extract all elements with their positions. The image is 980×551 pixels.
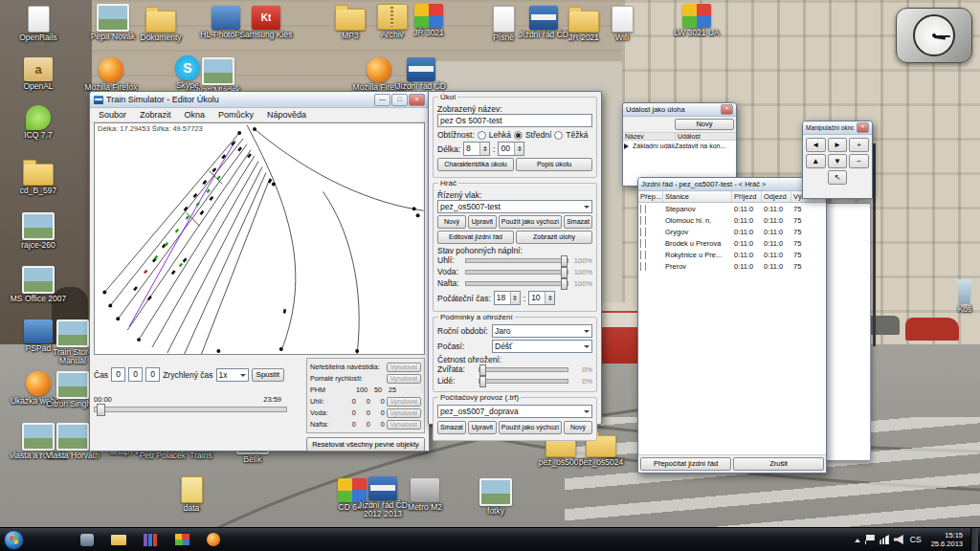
language-indicator[interactable]: CS <box>908 535 924 544</box>
speed-select[interactable]: 1x <box>216 368 249 382</box>
network-icon[interactable] <box>880 535 889 544</box>
length-hours-spinner[interactable]: 8 <box>463 142 490 156</box>
table-row[interactable]: Rokytnice u Pre...0:11:00:11:075 <box>638 249 826 260</box>
desktop-icon-jizdni-rad2[interactable]: Jízdní řád ČD <box>390 57 452 91</box>
row-checkbox[interactable] <box>640 262 646 271</box>
coal-slider[interactable] <box>465 258 568 263</box>
time-field-m[interactable]: 0 <box>128 367 143 382</box>
pan-down-button[interactable]: ▼ <box>828 154 848 168</box>
table-row[interactable]: Stepanov0:11:00:11:075 <box>638 203 826 214</box>
column-transport[interactable]: Přep... <box>638 191 663 202</box>
cancel-button[interactable]: Zrušit <box>733 457 824 471</box>
event-table-row[interactable]: Základní událost Zastavit na kon... <box>623 141 736 151</box>
close-button[interactable]: × <box>857 122 869 133</box>
time-field-s[interactable]: 0 <box>145 367 160 382</box>
new-event-button[interactable]: Nový <box>675 119 734 130</box>
column-arrival[interactable]: Příjezd <box>732 191 762 202</box>
edit-traffic-button[interactable]: Upravit <box>468 421 497 434</box>
clear-diesel-button[interactable]: Vynulovat <box>387 420 421 430</box>
season-select[interactable]: Jaro <box>492 324 592 338</box>
slider-thumb-icon[interactable] <box>479 364 486 376</box>
show-desktop-button[interactable] <box>970 528 978 551</box>
train-select[interactable]: pez_os5007-test <box>437 200 592 213</box>
desktop-icon-cdb597[interactable]: cd_B_597 <box>8 159 69 195</box>
delete-train-button[interactable]: Smazat <box>564 215 592 229</box>
menu-soubor[interactable]: Soubor <box>92 109 133 121</box>
desktop-icon-recycle-bin[interactable]: Koš <box>934 279 980 314</box>
description-button[interactable]: Popis úkolu <box>516 158 592 171</box>
start-minutes-spinner[interactable]: 10 <box>528 291 555 305</box>
taskbar-winrar-icon[interactable] <box>141 531 160 548</box>
manipulation-titlebar[interactable]: Manipulační okno × <box>803 121 872 135</box>
zoom-out-button[interactable]: − <box>849 154 869 168</box>
clear-slow-button[interactable]: Vynulovat <box>387 374 421 384</box>
new-traffic-button[interactable]: Nový <box>564 421 592 434</box>
desktop-icon-data[interactable]: data <box>161 476 222 513</box>
slider-thumb-icon[interactable] <box>97 404 105 416</box>
clear-signals-button[interactable]: Vynulovat <box>387 363 421 372</box>
difficulty-radio-easy[interactable] <box>478 131 486 140</box>
display-name-input[interactable]: pez Os 5007-test <box>437 114 592 127</box>
taskbar-explorer-icon[interactable] <box>109 531 128 548</box>
difficulty-radio-medium[interactable] <box>514 131 523 140</box>
set-default-traffic-button[interactable]: Použít jako výchozí <box>499 421 562 434</box>
desktop-icon-icq[interactable]: ICQ 7.7 <box>8 105 69 140</box>
clear-coal-button[interactable]: Vynulovat <box>387 397 421 407</box>
taskbar-firefox-icon[interactable] <box>204 531 223 548</box>
row-checkbox[interactable] <box>640 239 646 248</box>
row-checkbox[interactable] <box>640 205 646 213</box>
menu-napoveda[interactable]: Nápověda <box>260 109 313 121</box>
taskbar-test-pattern-icon[interactable] <box>172 531 191 548</box>
desktop-icon-jr3021[interactable]: JŘ 3021 <box>398 4 459 37</box>
row-checkbox[interactable] <box>640 251 646 259</box>
edit-train-button[interactable]: Upravit <box>468 215 497 229</box>
desktop-icon-dokumenty[interactable]: Dokumenty <box>130 6 191 42</box>
close-button[interactable]: × <box>721 104 733 115</box>
people-slider[interactable] <box>479 379 568 384</box>
clear-water-button[interactable]: Vynulovat <box>387 408 421 418</box>
delete-traffic-button[interactable]: Smazat <box>437 421 466 434</box>
editor-titlebar[interactable]: Train Simulator - Editor Úkolu — □ × <box>90 92 429 108</box>
close-button[interactable]: × <box>409 94 425 106</box>
start-hours-spinner[interactable]: 18 <box>494 291 521 305</box>
desktop-icon-metro[interactable]: Metro M2 <box>394 478 456 512</box>
column-station[interactable]: Stanice <box>663 191 732 202</box>
desktop-icon-rajce[interactable]: rajce-260 <box>8 212 69 250</box>
desktop-icon-wifi[interactable]: Wifi <box>591 6 653 42</box>
traffic-select[interactable]: pez_os5007_doprava <box>437 405 592 418</box>
desktop-icon-openrails[interactable]: OpenRails <box>8 6 69 42</box>
clock-gadget[interactable] <box>896 8 972 63</box>
column-departure[interactable]: Odjezd <box>762 191 791 202</box>
length-minutes-spinner[interactable]: 00 <box>498 142 524 156</box>
track-map[interactable]: Délka: 17.29453 Šířka: 49.57723 <box>94 122 425 355</box>
volume-icon[interactable] <box>894 535 903 544</box>
pointer-tool-button[interactable]: ↖ <box>828 170 848 185</box>
column-event[interactable]: Událost <box>676 133 702 140</box>
pan-up-button[interactable]: ▲ <box>806 154 826 168</box>
action-center-icon[interactable] <box>865 535 875 544</box>
slider-thumb-icon[interactable] <box>561 267 568 278</box>
tray-expand-icon[interactable] <box>855 536 860 542</box>
weather-select[interactable]: Déšť <box>492 340 592 353</box>
tray-clock[interactable]: 15:15 25.6.2013 <box>928 531 966 548</box>
desktop-icon-lw3021[interactable]: LW 3021 UA <box>666 4 727 37</box>
timetable-titlebar[interactable]: Jízdní řád - pez_os5007-test - < Hráč > … <box>638 178 826 191</box>
new-train-button[interactable]: Nový <box>437 215 466 229</box>
set-default-train-button[interactable]: Použít jako výchozí <box>499 215 562 229</box>
time-field-h[interactable]: 0 <box>111 367 125 382</box>
start-button[interactable]: Spustit <box>252 368 284 382</box>
slider-thumb-icon[interactable] <box>479 376 486 387</box>
slider-thumb-icon[interactable] <box>561 255 568 267</box>
time-slider[interactable] <box>94 407 287 412</box>
table-row[interactable]: Grygov0:11:00:11:075 <box>638 226 826 237</box>
diesel-slider[interactable] <box>465 281 568 286</box>
menu-zobrazit[interactable]: Zobrazit <box>133 109 178 121</box>
zoom-in-button[interactable]: + <box>849 138 869 152</box>
reset-objects-button[interactable]: Resetovat všechny pevné objekty <box>306 437 425 452</box>
desktop-icon-ivan-mladek[interactable]: Ivan Mládek <box>188 57 249 95</box>
desktop-icon-firefox[interactable]: Mozilla Firefox <box>80 57 142 92</box>
desktop-icon-samsung-kies[interactable]: KtSamsung Kies <box>235 6 297 39</box>
column-name[interactable]: Název <box>623 133 676 140</box>
show-tasks-button[interactable]: Zobrazit úlohy <box>516 231 592 244</box>
recalculate-timetable-button[interactable]: Přepočítat jízdní řád <box>640 457 731 471</box>
